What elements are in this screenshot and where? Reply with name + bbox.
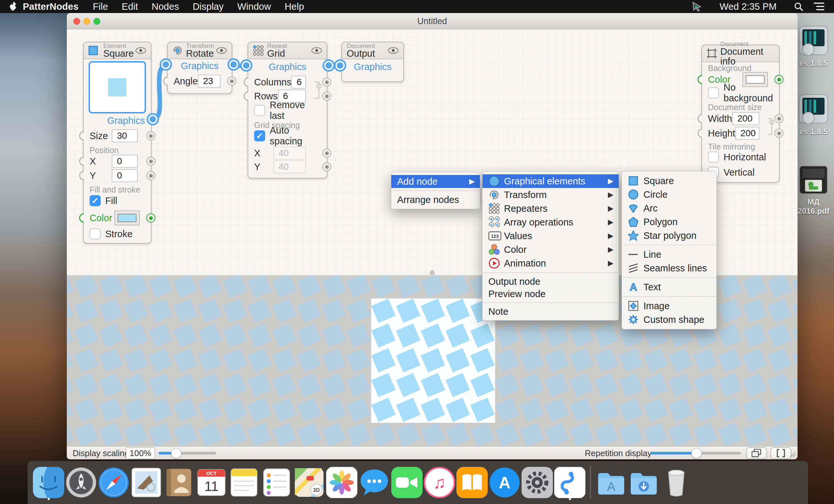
dock-maps-icon[interactable]: 3D [293, 465, 326, 500]
stroke-checkbox[interactable] [90, 228, 101, 239]
dock-calendar-icon[interactable]: OCT11 [195, 465, 228, 500]
angle-output-port[interactable] [227, 76, 236, 86]
menu-edit[interactable]: Edit [122, 1, 138, 12]
display-scaling-value[interactable]: 100% [126, 447, 155, 459]
eye-icon[interactable] [311, 47, 322, 54]
close-button[interactable] [73, 18, 80, 25]
color-output-port[interactable] [146, 213, 155, 222]
dock-launchpad-icon[interactable] [65, 465, 97, 500]
menu-file[interactable]: File [93, 1, 108, 12]
menu-item-image[interactable]: Image [622, 299, 717, 313]
node-square[interactable]: Element Square Graphics Size 30 Position [83, 42, 152, 244]
y-output-port[interactable] [146, 171, 155, 180]
node-rotate-header[interactable]: Transform Rotate [168, 42, 232, 59]
eye-icon[interactable] [388, 47, 399, 54]
dock-mail-icon[interactable] [130, 465, 162, 500]
dock-reminders-icon[interactable] [260, 465, 293, 500]
dock-messages-icon[interactable] [358, 465, 391, 500]
angle-field[interactable]: 23 [198, 74, 221, 88]
node-output-header[interactable]: Document Output [342, 42, 403, 59]
zoom-button[interactable] [93, 18, 100, 25]
menu-item-seamless-lines[interactable]: Seamless lines [622, 261, 717, 275]
display-scaling-slider-thumb[interactable] [171, 448, 181, 458]
width-output-port[interactable] [774, 114, 784, 123]
menu-item-add-node[interactable]: Add node▶ [391, 175, 480, 188]
desktop-file-dmg-2[interactable]: es 1.8.5 [792, 94, 834, 136]
menu-item-values[interactable]: 123 Values▶ [482, 229, 619, 243]
pane-divider-handle[interactable] [430, 270, 435, 275]
dock-patternodes-icon[interactable] [553, 465, 586, 500]
node-output[interactable]: Document Output Graphics [342, 42, 404, 82]
menu-item-star-polygon[interactable]: Star polygon [622, 229, 717, 242]
dock-photos-icon[interactable] [326, 465, 358, 500]
y-spacing-output-port[interactable] [322, 162, 331, 171]
apple-menu-icon[interactable] [10, 2, 18, 12]
menu-item-output-node[interactable]: Output node [482, 275, 619, 288]
fill-checkbox[interactable]: ✓ [90, 195, 101, 206]
node-grid[interactable]: Repeat Grid Graphics Columns 6 R [248, 42, 327, 178]
tile-repeat-view-button[interactable] [746, 447, 767, 459]
graphics-output-port[interactable] [324, 61, 333, 70]
menu-app-name[interactable]: PatterNodes [23, 1, 79, 12]
menu-item-array-operations[interactable]: Array operations▶ [482, 215, 619, 229]
node-rotate[interactable]: Transform Rotate Graphics Angle 23 [167, 42, 232, 94]
repetition-display-slider[interactable] [650, 452, 741, 455]
columns-field[interactable]: 6 [291, 75, 306, 89]
menu-item-repeaters[interactable]: Repeaters▶ [482, 202, 619, 215]
y-spacing-field[interactable]: 40 [273, 160, 306, 173]
link-fields-icon[interactable] [767, 117, 776, 136]
menu-item-custom-shape[interactable]: Custom shape [622, 313, 717, 326]
dock-contacts-icon[interactable] [162, 465, 195, 500]
dock-trash-icon[interactable] [660, 465, 693, 500]
rows-output-port[interactable] [322, 91, 331, 101]
menu-display[interactable]: Display [193, 1, 223, 12]
patternodes-status-icon[interactable] [692, 2, 703, 12]
repetition-display-slider-thumb[interactable] [691, 448, 702, 458]
columns-output-port[interactable] [322, 78, 331, 87]
dock-finder-icon[interactable] [32, 465, 65, 500]
search-icon[interactable] [794, 2, 804, 12]
dock-applications-folder-icon[interactable]: A [595, 465, 628, 500]
size-field[interactable]: 30 [112, 129, 138, 143]
display-scaling-slider[interactable] [159, 452, 216, 455]
dock-downloads-folder-icon[interactable] [628, 465, 660, 500]
width-field[interactable]: 200 [732, 112, 760, 125]
notification-center-icon[interactable] [814, 2, 824, 11]
menu-item-note[interactable]: Note [482, 305, 619, 317]
eye-icon[interactable] [216, 47, 227, 54]
desktop-file-dmg-1[interactable]: es 1.8.5 [792, 25, 834, 68]
color-swatch[interactable] [114, 211, 140, 225]
x-field[interactable]: 0 [112, 155, 138, 168]
auto-spacing-checkbox[interactable]: ✓ [254, 130, 265, 141]
graphics-input-port[interactable] [242, 61, 251, 70]
menu-item-polygon[interactable]: Polygon [622, 215, 717, 229]
menu-item-graphical-elements[interactable]: Graphical elements▶ [482, 174, 619, 188]
graphics-input-port[interactable] [161, 60, 170, 69]
node-grid-header[interactable]: Repeat Grid [248, 42, 327, 59]
menu-item-arrange-nodes[interactable]: Arrange nodes [391, 193, 480, 206]
dock-facetime-icon[interactable] [391, 465, 423, 500]
size-output-port[interactable] [146, 131, 155, 140]
menu-item-arc[interactable]: Arc [622, 201, 717, 215]
menu-item-circle[interactable]: Circle [622, 188, 717, 201]
y-field[interactable]: 0 [112, 169, 138, 182]
no-background-checkbox[interactable] [708, 87, 719, 98]
cable-square-rotate[interactable] [152, 65, 167, 120]
node-document-info[interactable]: Document Document info Background Color … [701, 45, 780, 183]
menu-item-text[interactable]: A Text [622, 280, 717, 294]
graphics-input-port[interactable] [335, 61, 345, 70]
x-spacing-output-port[interactable] [322, 149, 331, 158]
node-document-info-header[interactable]: Document Document info [702, 45, 779, 62]
menu-item-preview-node[interactable]: Preview node [482, 288, 619, 300]
color-output-port[interactable] [774, 75, 784, 84]
graphics-output-port[interactable] [229, 60, 238, 69]
menu-item-animation[interactable]: Animation▶ [482, 256, 619, 270]
menu-clock[interactable]: Wed 2:35 PM [720, 1, 777, 12]
resize-grip[interactable] [788, 449, 796, 458]
menu-help[interactable]: Help [285, 1, 304, 12]
dock-system-preferences-icon[interactable] [521, 465, 553, 500]
desktop-file-pdf[interactable]: МД 2016.pdf [792, 166, 834, 215]
dock-app-store-icon[interactable]: A [488, 465, 521, 500]
menu-item-color[interactable]: Color▶ [482, 243, 619, 256]
menu-window[interactable]: Window [237, 1, 271, 12]
